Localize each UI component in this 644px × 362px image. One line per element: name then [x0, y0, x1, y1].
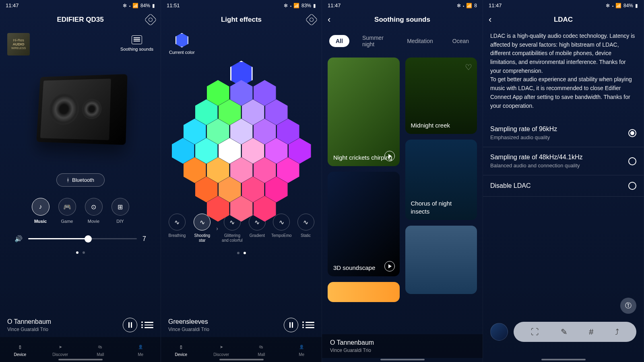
share-icon[interactable]: ⤴: [615, 327, 619, 337]
play-icon[interactable]: [384, 151, 395, 161]
ldac-option[interactable]: Sampling rate of 48kHz/44.1kHzBalanced a…: [483, 147, 644, 175]
sound-card[interactable]: ♡Midnight creek: [405, 58, 477, 134]
page-title: Soothing sounds: [374, 16, 430, 24]
chip-all[interactable]: All: [329, 35, 349, 47]
current-color-swatch[interactable]: [175, 33, 188, 47]
back-button[interactable]: ‹: [328, 14, 330, 25]
crop-icon[interactable]: ⛶: [531, 327, 539, 337]
favorite-icon[interactable]: ♡: [465, 62, 472, 72]
radio-button[interactable]: [628, 129, 636, 137]
sound-card[interactable]: 3D soundscape: [328, 172, 400, 276]
tab-mall[interactable]: 🛍Mall: [242, 337, 282, 362]
tab-discover[interactable]: ➤Discover: [40, 337, 80, 362]
tag-icon[interactable]: #: [589, 327, 593, 337]
toolbar-actions: ⛶ ✎ # ⤴: [514, 322, 636, 342]
list-icon: [132, 35, 142, 44]
tab-bar: ▯Device➤Discover🛍Mall👤Me: [161, 337, 322, 362]
now-playing-bar[interactable]: Greensleeves Vince Guaraldi Trio: [161, 313, 322, 337]
playlist-button[interactable]: [305, 322, 314, 328]
volume-icon: 🔊: [14, 235, 23, 243]
track-artist: Vince Guaraldi Trio: [7, 327, 51, 332]
tab-bar: ▯Device➤Discover🛍Mall👤Me: [0, 337, 161, 362]
tab-me[interactable]: 👤Me: [281, 337, 322, 362]
ldac-option[interactable]: Disable LDAC: [483, 175, 644, 197]
panel-device: 11:47 ✻ ⬩ 📶 84% ▮ EDIFIER QD35 Hi-ResAUD…: [0, 0, 161, 362]
effect-tempoemo[interactable]: ∿TempoEmo: [271, 214, 292, 243]
radio-button[interactable]: [628, 182, 636, 190]
home-indicator[interactable]: [58, 359, 103, 360]
soothing-sounds-link[interactable]: Soothing sounds: [120, 35, 153, 51]
effect-shooting-star[interactable]: ∿Shooting star: [191, 214, 213, 243]
bluetooth-button[interactable]: ᚼ Bluetooth: [56, 173, 105, 187]
sound-grid[interactable]: Night crickets chirping3D soundscape ♡Mi…: [322, 53, 483, 303]
status-time: 11:47: [6, 2, 19, 8]
home-indicator[interactable]: [380, 359, 425, 360]
app-header: ‹ LDAC: [483, 11, 644, 29]
edit-icon[interactable]: ✎: [561, 327, 568, 337]
volume-row: 🔊 7: [0, 235, 161, 243]
radio-button[interactable]: [628, 157, 636, 165]
share-toolbar: ⛶ ✎ # ⤴: [490, 322, 636, 342]
chip-meditation[interactable]: Meditation: [400, 35, 440, 47]
panel-light-effects: 11:51 ✻ ⬩ 📶 83% ▮ Light effects Current …: [161, 0, 322, 362]
mode-music[interactable]: ♪Music: [32, 198, 50, 224]
status-icons: ✻ ⬩ 📶 84% ▮: [123, 3, 155, 8]
ldac-option[interactable]: Sampling rate of 96kHzEmphasized audio q…: [483, 119, 644, 147]
home-indicator[interactable]: [541, 359, 586, 360]
now-playing-bar[interactable]: O Tannenbaum Vince Guaraldi Trio: [0, 313, 161, 337]
back-button[interactable]: ‹: [489, 14, 491, 25]
track-title: O Tannenbaum: [7, 318, 51, 325]
status-bar: 11:51 ✻ ⬩ 📶 83% ▮: [161, 0, 322, 11]
mini-player[interactable]: O Tannenbaum Vince Guaraldi Trio: [322, 334, 483, 358]
mode-game[interactable]: 🎮Game: [58, 198, 76, 224]
chip-ocean[interactable]: Ocean: [446, 35, 475, 47]
current-color: Current color: [169, 33, 195, 55]
page-dots[interactable]: [161, 252, 322, 254]
pause-button[interactable]: [123, 318, 137, 332]
settings-button[interactable]: [307, 15, 316, 24]
effect-static[interactable]: ∿Static: [297, 214, 314, 243]
status-bar: 11:47 ✻ ⬩ 📶 84% ▮: [0, 0, 161, 11]
status-bar: 11:47 ✻ ⬩ 📶 8: [322, 0, 483, 11]
effect-breathing[interactable]: ∿Breathing: [168, 214, 186, 243]
playlist-button[interactable]: [144, 322, 153, 328]
chevron-right-icon: ›: [216, 225, 218, 232]
sound-card[interactable]: Chorus of night insects: [405, 140, 477, 220]
volume-value: 7: [142, 235, 146, 243]
tab-device[interactable]: ▯Device: [161, 337, 201, 362]
page-dots[interactable]: [0, 251, 161, 254]
home-indicator[interactable]: [219, 359, 264, 360]
panel-ldac: 11:47 ✻ ⬩ 📶 84% ▮ ‹ LDAC LDAC is a high-…: [483, 0, 644, 362]
tab-me[interactable]: 👤Me: [120, 337, 161, 362]
gear-icon: [144, 13, 157, 26]
ldac-description: LDAC is a high-quality audio codec techn…: [483, 29, 644, 119]
page-title: LDAC: [554, 16, 573, 24]
pause-button[interactable]: [284, 318, 298, 332]
toolbar-thumbnail[interactable]: [490, 323, 508, 341]
settings-button[interactable]: [146, 15, 155, 24]
tab-device[interactable]: ▯Device: [0, 337, 40, 362]
tab-discover[interactable]: ➤Discover: [201, 337, 242, 362]
play-icon[interactable]: [384, 261, 395, 272]
tab-mall[interactable]: 🛍Mall: [80, 337, 121, 362]
sound-card[interactable]: [405, 226, 477, 294]
sound-card[interactable]: Night crickets chirping: [328, 58, 400, 166]
bluetooth-icon: ᚼ: [66, 177, 70, 183]
category-chips: AllSummer nightMeditationOcean: [322, 29, 483, 53]
product-image: [24, 53, 137, 165]
color-picker-grid: [169, 61, 314, 206]
page-title: EDIFIER QD35: [57, 16, 103, 24]
sound-card[interactable]: [328, 282, 400, 302]
sound-modes: ♪Music🎮Game⊙Movie⊞DIY: [0, 198, 161, 224]
volume-slider[interactable]: [28, 238, 137, 239]
page-title: Light effects: [221, 16, 262, 24]
ldac-options: Sampling rate of 96kHzEmphasized audio q…: [483, 119, 644, 197]
app-header: ‹ Soothing sounds: [322, 11, 483, 29]
status-bar: 11:47 ✻ ⬩ 📶 84% ▮: [483, 0, 644, 11]
hires-badge: Hi-ResAUDIOWIRELESS: [7, 33, 30, 56]
mode-movie[interactable]: ⊙Movie: [85, 198, 103, 224]
text-select-button[interactable]: Ⓣ: [620, 298, 636, 314]
panel-soothing-sounds: 11:47 ✻ ⬩ 📶 8 ‹ Soothing sounds AllSumme…: [322, 0, 483, 362]
chip-summer-night[interactable]: Summer night: [356, 32, 394, 50]
mode-diy[interactable]: ⊞DIY: [111, 198, 129, 224]
